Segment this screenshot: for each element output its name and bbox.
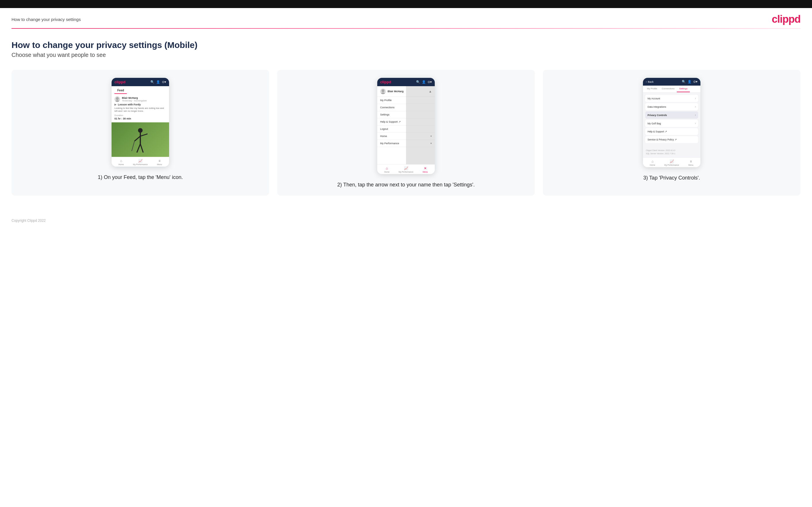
- settings-list: My Account › Data Integrations › Privacy…: [643, 93, 701, 147]
- clippd-logo: clippd: [772, 13, 801, 25]
- svg-line-6: [137, 144, 140, 153]
- header: How to change your privacy settings clip…: [0, 8, 812, 28]
- tab-connections: Connections: [660, 86, 677, 92]
- phone2-icons: 🔍 👤 ⊙▾: [416, 80, 432, 84]
- data-integrations-label: Data Integrations: [648, 105, 666, 108]
- back-label: Back: [648, 80, 654, 83]
- home-icon-3: ⌂: [652, 159, 654, 163]
- nav3-home: ⌂ Home: [643, 159, 662, 166]
- search-icon-2: 🔍: [416, 80, 420, 84]
- profile-icon-2: 👤: [422, 80, 426, 84]
- svg-point-10: [381, 93, 385, 94]
- setting-my-account: My Account ›: [645, 95, 698, 102]
- breadcrumb: How to change your privacy settings: [11, 17, 81, 22]
- nav-performance: 📈 My Performance: [131, 159, 150, 165]
- search-icon: 🔍: [150, 80, 154, 84]
- feed-duration-value: 01 hr : 30 min: [114, 117, 166, 120]
- svg-line-5: [140, 134, 148, 136]
- profile-icon-3: 👤: [688, 80, 692, 83]
- version-info: Clippd Client Version: 2022.8.3-3SQL Ser…: [643, 147, 701, 157]
- setting-my-golf-bag: My Golf Bag ›: [645, 120, 698, 127]
- feed-username: Blair McHarg: [122, 97, 147, 99]
- setting-data-integrations: Data Integrations ›: [645, 103, 698, 110]
- phone2-user-left: Blair McHarg: [380, 89, 404, 94]
- phone3-back-button: ‹ Back: [646, 80, 654, 83]
- svg-point-0: [116, 97, 119, 100]
- help-support-label: Help & Support ↗: [648, 130, 667, 133]
- menu-icon-3: ≡: [690, 159, 692, 163]
- privacy-controls-label: Privacy Controls: [648, 114, 667, 117]
- performance-icon-3: 📈: [670, 159, 674, 163]
- tab-my-profile: My Profile: [645, 86, 660, 92]
- chevron-right-icon: ›: [695, 97, 696, 100]
- step-2-card: clippd 🔍 👤 ⊙▾ Bla: [277, 70, 535, 195]
- phone2-topbar: clippd 🔍 👤 ⊙▾: [377, 78, 435, 86]
- step-1-card: clippd 🔍 👤 ⊙▾ Feed: [11, 70, 269, 195]
- chevron-right-icon-3: ›: [695, 113, 696, 117]
- phone3-tabs: My Profile Connections Settings: [643, 86, 701, 93]
- phone-mockup-1: clippd 🔍 👤 ⊙▾ Feed: [111, 78, 169, 167]
- chevron-right-icon-2: ›: [695, 105, 696, 108]
- nav-menu: ≡ Menu: [150, 159, 169, 165]
- home-section-label: Home: [380, 135, 387, 137]
- feed-duration-label: Duration: [114, 114, 166, 117]
- phone-mockup-2: clippd 🔍 👤 ⊙▾ Bla: [377, 78, 435, 174]
- tab-settings: Settings: [677, 86, 690, 92]
- nav-home: ⌂ Home: [111, 159, 131, 165]
- user-name-2: Blair McHarg: [388, 90, 404, 93]
- feed-date: Yesterday · Sunningdale: [122, 99, 147, 102]
- avatar-2: [380, 89, 386, 94]
- step3-caption: 3) Tap 'Privacy Controls'.: [643, 174, 700, 182]
- video-icon: ▶: [114, 103, 116, 106]
- nav3-menu: ≡ Menu: [681, 159, 701, 166]
- phone-mockup-3: ‹ Back 🔍 👤 ⊙▾ My Profile Connections Set…: [643, 78, 701, 167]
- phone1-topbar: clippd 🔍 👤 ⊙▾: [111, 78, 169, 86]
- performance-label-2: My Performance: [399, 171, 413, 173]
- performance-label: My Performance: [133, 163, 148, 165]
- step2-caption: 2) Then, tap the arrow next to your name…: [337, 181, 475, 189]
- main-content: How to change your privacy settings (Mob…: [0, 29, 812, 213]
- avatar: [114, 96, 120, 102]
- search-icon-3: 🔍: [682, 80, 686, 83]
- setting-help-support: Help & Support ↗: [645, 128, 698, 135]
- home-icon: ⌂: [120, 159, 122, 163]
- phone3-topbar: ‹ Back 🔍 👤 ⊙▾: [643, 78, 701, 86]
- feed-user-row: Blair McHarg Yesterday · Sunningdale: [114, 96, 166, 102]
- settings-icon-2: ⊙▾: [427, 80, 432, 84]
- phone2-bottomnav: ⌂ Home 📈 My Performance ✕ Menu: [377, 164, 435, 174]
- phone1-bottomnav: ⌂ Home 📈 My Performance ≡ Menu: [111, 157, 169, 167]
- nav2-home: ⌂ Home: [377, 166, 397, 173]
- profile-icon: 👤: [156, 80, 160, 84]
- svg-point-2: [138, 128, 143, 133]
- golfer-svg: [129, 125, 152, 157]
- menu-icon: ≡: [158, 159, 160, 163]
- performance-icon: 📈: [138, 159, 143, 163]
- nav2-performance: 📈 My Performance: [397, 166, 416, 173]
- nav2-close: ✕ Menu: [415, 166, 435, 173]
- feed-post-text: Looking to feel like my hands are exitin…: [114, 107, 166, 113]
- feed-post: Blair McHarg Yesterday · Sunningdale ▶ L…: [111, 94, 169, 122]
- menu-label-3: Menu: [689, 164, 694, 166]
- performance-label-3: My Performance: [664, 164, 679, 166]
- golf-image: [111, 122, 169, 157]
- footer: Copyright Clippd 2022: [0, 213, 812, 228]
- nav3-performance: 📈 My Performance: [662, 159, 681, 166]
- phone2-logo: clippd: [380, 80, 391, 84]
- setting-privacy-controls: Privacy Controls ›: [645, 111, 698, 119]
- home-label-2: Home: [384, 171, 390, 173]
- svg-point-1: [115, 100, 119, 102]
- performance-icon-2: 📈: [404, 166, 408, 170]
- home-label: Home: [118, 163, 124, 165]
- feed-post-title: ▶ Lesson with Fordy: [114, 103, 166, 106]
- my-account-label: My Account: [648, 97, 660, 100]
- settings-icon-3: ⊙▾: [693, 80, 698, 83]
- phone3-content: My Account › Data Integrations › Privacy…: [643, 93, 701, 157]
- my-golf-bag-label: My Golf Bag: [648, 122, 661, 125]
- page-subtitle: Choose what you want people to see: [11, 52, 801, 58]
- settings-icon: ⊙▾: [162, 80, 166, 84]
- feed-tab: Feed: [114, 87, 127, 94]
- setting-service-privacy: Service & Privacy Policy ↗: [645, 136, 698, 143]
- performance-section-label: My Performance: [380, 142, 399, 145]
- steps-grid: clippd 🔍 👤 ⊙▾ Feed: [11, 70, 801, 195]
- phone1-content: Feed Blair McHarg Yesterday · Sunningdal…: [111, 86, 169, 157]
